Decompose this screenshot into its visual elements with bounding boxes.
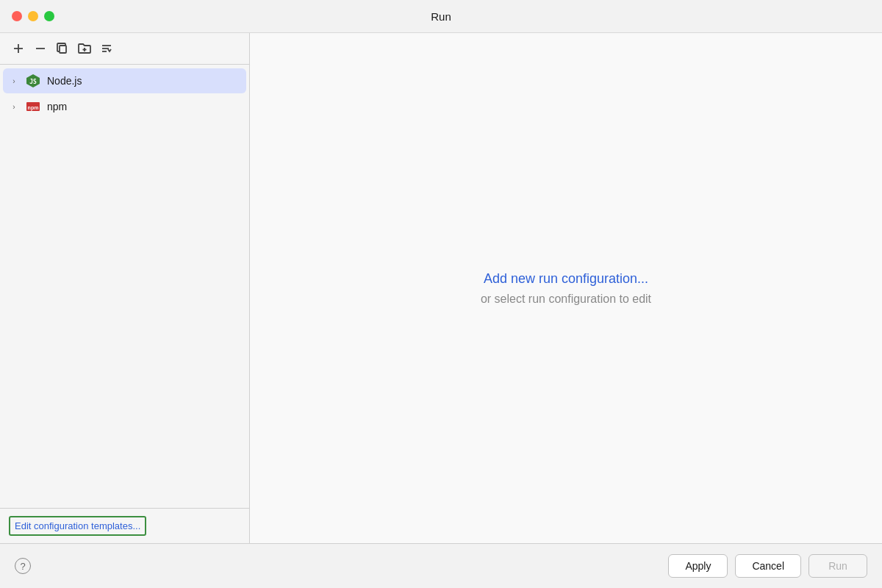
nodejs-svg-icon: JS <box>25 73 41 89</box>
svg-text:npm: npm <box>28 105 39 111</box>
sidebar-item-npm[interactable]: › npm npm <box>3 94 246 119</box>
select-config-label: or select run configuration to edit <box>481 293 651 306</box>
content-area: Add new run configuration... or select r… <box>250 33 882 543</box>
question-mark-icon: ? <box>20 561 25 572</box>
svg-rect-3 <box>60 46 66 53</box>
copy-config-button[interactable] <box>53 39 72 58</box>
maximize-button[interactable] <box>44 11 54 21</box>
new-folder-button[interactable] <box>75 39 94 58</box>
sidebar-item-nodejs[interactable]: › JS Node.js <box>3 68 246 93</box>
copy-icon <box>56 42 69 55</box>
sidebar: › JS Node.js › npm npm <box>0 33 250 543</box>
npm-label: npm <box>47 101 67 112</box>
sidebar-toolbar <box>0 33 249 65</box>
main-content: › JS Node.js › npm npm <box>0 32 882 543</box>
sidebar-footer: Edit configuration templates... <box>0 508 249 543</box>
minimize-button[interactable] <box>28 11 38 21</box>
bottom-bar: ? Apply Cancel Run <box>0 543 882 588</box>
nodejs-icon: JS <box>25 73 41 89</box>
remove-config-button[interactable] <box>31 39 50 58</box>
npm-svg-icon: npm <box>25 98 41 115</box>
traffic-lights <box>12 11 54 21</box>
svg-text:JS: JS <box>29 79 37 85</box>
chevron-right-icon-npm: › <box>9 101 19 112</box>
plus-icon <box>12 42 25 55</box>
title-bar: Run <box>0 0 882 32</box>
run-button[interactable]: Run <box>808 554 867 578</box>
sidebar-list: › JS Node.js › npm npm <box>0 65 249 508</box>
npm-icon: npm <box>25 98 41 115</box>
cancel-button[interactable]: Cancel <box>735 554 801 578</box>
nodejs-label: Node.js <box>47 75 82 87</box>
apply-button[interactable]: Apply <box>668 554 728 578</box>
help-button[interactable]: ? <box>15 558 31 574</box>
sort-icon <box>100 42 113 55</box>
sort-button[interactable] <box>97 39 116 58</box>
edit-templates-link[interactable]: Edit configuration templates... <box>9 516 146 536</box>
add-config-button[interactable] <box>9 39 28 58</box>
minus-icon <box>34 42 47 55</box>
add-new-config-link[interactable]: Add new run configuration... <box>484 271 648 287</box>
close-button[interactable] <box>12 11 22 21</box>
chevron-right-icon: › <box>9 76 19 86</box>
window-title: Run <box>431 10 451 23</box>
bottom-bar-left: ? <box>15 558 661 574</box>
new-folder-icon <box>78 42 91 55</box>
